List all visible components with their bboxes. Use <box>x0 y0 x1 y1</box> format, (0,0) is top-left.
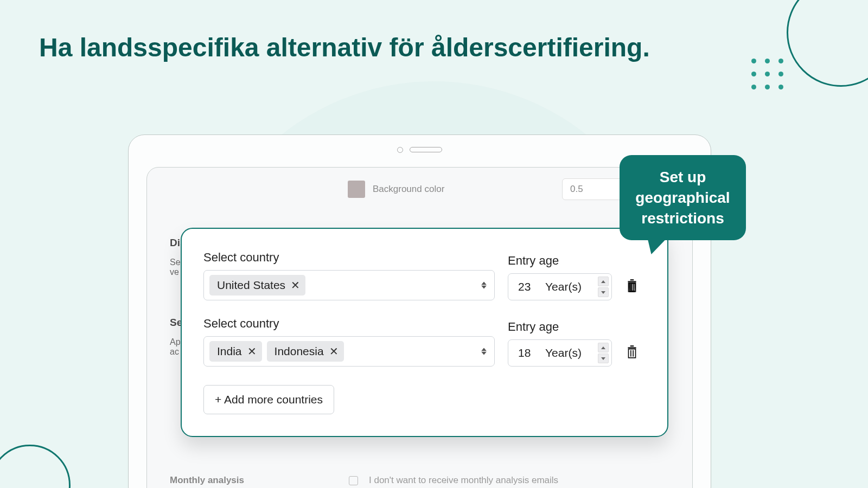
monthly-optout-label: I don't want to receive monthly analysis… <box>369 475 558 486</box>
geo-restriction-modal: Select country United States ✕ Entry age… <box>181 228 668 437</box>
svg-marker-3 <box>601 291 605 294</box>
select-caret-icon <box>481 282 487 289</box>
entry-age-input[interactable]: 23 Year(s) <box>508 273 612 300</box>
country-chip: United States ✕ <box>209 275 305 296</box>
svg-marker-12 <box>601 357 605 360</box>
svg-marker-2 <box>601 280 605 283</box>
decorative-dot-grid <box>751 59 784 89</box>
svg-rect-15 <box>629 349 636 358</box>
svg-marker-0 <box>481 282 487 285</box>
country-chip: Indonesia ✕ <box>267 341 344 362</box>
svg-rect-4 <box>628 281 636 282</box>
callout-bubble: Set up geographical restrictions <box>620 155 746 240</box>
svg-rect-5 <box>630 279 634 280</box>
restriction-row: Select country United States ✕ Entry age… <box>203 251 641 300</box>
entry-age-label: Entry age <box>508 320 612 334</box>
remove-chip-icon[interactable]: ✕ <box>247 346 257 357</box>
entry-age-input[interactable]: 18 Year(s) <box>508 339 612 367</box>
select-country-label: Select country <box>203 251 495 265</box>
monthly-analysis-row: Monthly analysis I don't want to receive… <box>170 475 669 486</box>
monthly-analysis-title: Monthly analysis <box>170 475 338 486</box>
background-color-label: Background color <box>373 184 444 195</box>
svg-marker-11 <box>601 346 605 349</box>
svg-marker-9 <box>481 348 487 351</box>
color-swatch[interactable] <box>348 181 365 198</box>
decorative-circle-top-right <box>787 0 868 87</box>
remove-chip-icon[interactable]: ✕ <box>329 346 339 357</box>
country-select[interactable]: India ✕ Indonesia ✕ <box>203 336 495 367</box>
svg-rect-14 <box>630 345 634 346</box>
monthly-optout-checkbox[interactable] <box>349 476 358 485</box>
decorative-circle-bottom-left <box>0 445 71 488</box>
select-caret-icon <box>481 348 487 355</box>
svg-rect-13 <box>628 347 636 348</box>
svg-marker-1 <box>481 286 487 289</box>
restriction-row: Select country India ✕ Indonesia ✕ Entry… <box>203 317 641 367</box>
country-select[interactable]: United States ✕ <box>203 270 495 300</box>
age-stepper[interactable] <box>598 343 609 363</box>
remove-chip-icon[interactable]: ✕ <box>291 280 300 291</box>
select-country-label: Select country <box>203 317 495 331</box>
delete-row-button[interactable] <box>625 279 641 295</box>
country-chip: India ✕ <box>209 341 262 362</box>
delete-row-button[interactable] <box>625 345 641 361</box>
page-headline: Ha landsspecifika alternativ för åldersc… <box>39 33 650 62</box>
entry-age-label: Entry age <box>508 254 612 268</box>
age-stepper[interactable] <box>598 277 609 297</box>
svg-marker-10 <box>481 352 487 355</box>
add-more-countries-button[interactable]: + Add more countries <box>203 385 334 414</box>
